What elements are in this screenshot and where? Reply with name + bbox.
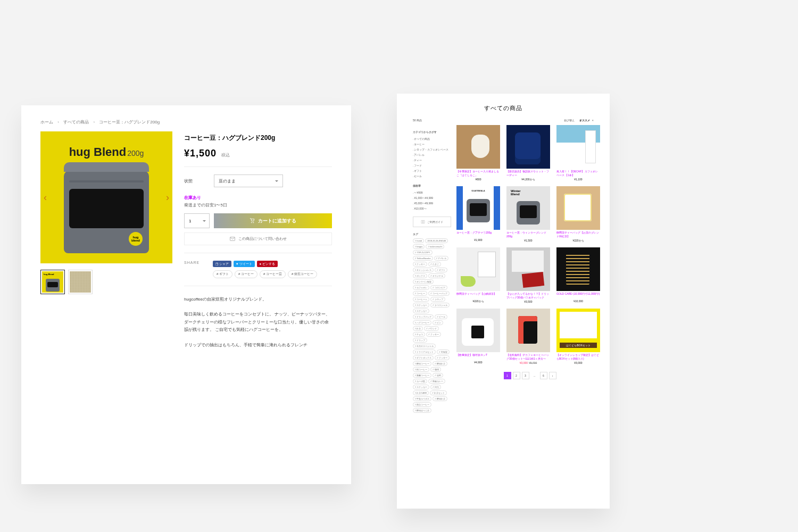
product-tag[interactable]: # ギフト: [213, 270, 232, 278]
sidebar-tag[interactable]: # チョコ: [413, 332, 425, 337]
product-card-title[interactable]: 【新店販売】物語派スウェット・フーディー: [506, 170, 550, 177]
sidebar-category-item[interactable]: コーヒー: [413, 142, 451, 147]
product-card[interactable]: 【送料無料】デカフェコーヒーバッグ30個セット〜1日1杯1ヶ月分〜¥3,000¥…: [506, 309, 550, 367]
product-tag[interactable]: # コーヒー: [235, 270, 257, 278]
add-to-cart-button[interactable]: カートに追加する: [214, 213, 332, 228]
product-card-title[interactable]: GOLD CARD (10,000円で11,000円!): [556, 292, 600, 298]
product-card[interactable]: 【冬季限定】コーヒー入り焼きしるこ「はぐしるこ」¥800: [456, 125, 500, 183]
sidebar-price-item[interactable]: ¥10,000〜: [413, 206, 451, 211]
product-card[interactable]: 【なにが入ってるかな！？】ドリップバッグ30個バラエティパック¥3,500: [506, 247, 550, 305]
sidebar-price-item[interactable]: ¥1,000〜¥4,999: [413, 195, 451, 201]
sidebar-tag[interactable]: # 珈琲: [430, 367, 440, 372]
product-card-title[interactable]: コーヒー豆：グアテマラ200g: [456, 231, 500, 237]
sidebar-tag[interactable]: # toukinomachi: [426, 244, 444, 249]
thumbnail-2[interactable]: [68, 270, 93, 294]
share-twitter-button[interactable]: ♥ツイート: [234, 261, 255, 267]
sidebar-tag[interactable]: # 日光: [430, 385, 440, 389]
product-card-title[interactable]: コーヒー豆：ウィンターブレンド200g: [506, 231, 550, 238]
product-card-title[interactable]: 【数量限定】珈琲派ロンT: [456, 353, 500, 360]
sidebar-tag[interactable]: # ドリップバッグ: [413, 314, 434, 319]
sidebar-tag[interactable]: # beppu: [413, 244, 425, 249]
sidebar-tag[interactable]: # ピン: [433, 320, 443, 325]
breadcrumb-home[interactable]: ホーム: [40, 120, 53, 124]
sidebar-tag[interactable]: # 静岡紅茶: [433, 361, 447, 366]
sidebar-tag[interactable]: # 和風カレー: [428, 379, 445, 384]
sidebar-category-item[interactable]: フード: [413, 163, 451, 168]
sidebar-tag[interactable]: # 粉コーヒー: [413, 367, 429, 372]
sidebar-tag[interactable]: # ビール: [435, 314, 447, 319]
pagination-page[interactable]: 3: [522, 372, 529, 379]
inquiry-button[interactable]: この商品について問い合わせ: [184, 232, 332, 245]
pagination-page[interactable]: 1: [504, 372, 511, 379]
product-card-title[interactable]: 静岡茶ティーバッグ【山峡緑茶】: [456, 292, 500, 298]
product-card[interactable]: 【新店販売】物語派スウェット・フーディー¥4,200から: [506, 125, 550, 183]
sidebar-tag[interactable]: # 紅茶セット: [430, 390, 446, 395]
sidebar-tag[interactable]: # オリジナル: [428, 273, 445, 278]
product-card-title[interactable]: 静岡茶ティーバッグ【お茶のブレンド和紅茶】: [556, 231, 600, 238]
product-card[interactable]: 【オンラインショップ限定】はぐどらBOXセット(8個入り)¥3,000: [556, 309, 600, 367]
sidebar-tag[interactable]: # ギフトボックス: [413, 355, 434, 360]
gallery-prev-button[interactable]: ‹: [44, 192, 47, 203]
product-card-title[interactable]: 【送料無料】デカフェコーヒーバッグ30個セット〜1日1杯1ヶ月分〜: [506, 353, 550, 360]
sidebar-tag[interactable]: # 甲斐ルイボス: [413, 396, 431, 401]
pagination-page[interactable]: 6: [540, 372, 547, 379]
sidebar-tag[interactable]: # 静岡紅茶: [433, 396, 447, 401]
sidebar-tag[interactable]: # ハグコーヒー: [413, 320, 431, 325]
product-tag[interactable]: # 焙煎コーヒー: [288, 270, 317, 278]
sidebar-tag[interactable]: # トライアルセット: [413, 350, 436, 354]
sidebar-tag[interactable]: # キャッシュレス: [413, 268, 434, 272]
sidebar-tag[interactable]: # 静岡ほうじ茶: [413, 408, 431, 413]
sidebar-tag[interactable]: # カーボ型: [413, 379, 427, 384]
product-card-title[interactable]: 【オンラインショップ限定】はぐどらBOXセット(8個入り): [556, 353, 600, 360]
sidebar-category-item[interactable]: アパレル: [413, 152, 451, 157]
sidebar-category-item[interactable]: ティー: [413, 157, 451, 163]
sidebar-tag[interactable]: # コロンビア: [430, 285, 447, 290]
sidebar-tag[interactable]: # 冬限定: [437, 350, 449, 354]
sidebar-tag[interactable]: # TOP-O-COPY: [413, 250, 433, 255]
sidebar-tag[interactable]: # クッキー: [435, 355, 449, 360]
sidebar-tag[interactable]: # パウンド: [424, 326, 438, 331]
sidebar-tag[interactable]: # コーヒー豆: [413, 297, 429, 302]
sidebar-tag[interactable]: # 静岡コーヒー: [413, 361, 431, 366]
sidebar-category-item[interactable]: セール: [413, 173, 451, 179]
product-card[interactable]: コーヒー豆：ウィンターブレンド200g¥1,500: [506, 186, 550, 244]
product-card-title[interactable]: 【冬季限定】コーヒー入り焼きしるこ「はぐしるこ」: [456, 170, 500, 177]
sidebar-tag[interactable]: # コーヒー: [413, 291, 427, 296]
sidebar-tag[interactable]: # ステッカー: [413, 309, 429, 313]
product-card[interactable]: 静岡茶ティーバッグ【お茶のブレンド和紅茶】¥220から: [556, 186, 600, 244]
sidebar-tag[interactable]: # アパレル: [434, 256, 448, 261]
breadcrumb-all[interactable]: すべての商品: [63, 120, 89, 124]
sidebar-tag[interactable]: # 紅茶CAKE: [413, 390, 429, 395]
sidebar-tag[interactable]: # シロップ: [430, 297, 445, 302]
thumbnail-1[interactable]: [40, 270, 65, 294]
sidebar-tag[interactable]: # TokkouNavako: [413, 256, 433, 261]
sidebar-tag[interactable]: # ステッカー: [413, 303, 429, 307]
sidebar-tag[interactable]: # 焙煎コーヒー: [413, 402, 431, 407]
sidebar-tag[interactable]: # ドリップ: [413, 338, 427, 343]
sidebar-tag[interactable]: # 今月のスペシャル: [413, 344, 436, 348]
product-card[interactable]: 静岡茶ティーバッグ【山峡緑茶】¥220から: [456, 247, 500, 305]
usage-guide-button[interactable]: ご利用ガイド: [413, 217, 451, 227]
sidebar-category-item[interactable]: ギフト: [413, 168, 451, 173]
sidebar-tag[interactable]: # クッキー: [413, 262, 427, 267]
product-card[interactable]: 【数量限定】珈琲派ロンT¥4,900: [456, 309, 500, 367]
pagination-page[interactable]: 2: [513, 372, 520, 379]
share-pinterest-button[interactable]: ●ピンする: [257, 261, 278, 267]
sidebar-price-item[interactable]: 〜¥999: [413, 190, 451, 195]
sidebar-tag[interactable]: # タコスシェル: [430, 303, 449, 307]
pagination-next[interactable]: ›: [549, 372, 556, 379]
sidebar-tag[interactable]: # ステッカー: [413, 385, 429, 389]
sidebar-tag[interactable]: # たまご: [428, 262, 440, 267]
sidebar-tag[interactable]: # ボックス: [413, 273, 427, 278]
sidebar-tag[interactable]: # カフェオレ: [413, 285, 429, 290]
share-facebook-button[interactable]: ❒シェア: [213, 261, 231, 267]
sidebar-category-item[interactable]: シロップ・カフェオレベース: [413, 147, 451, 152]
product-card[interactable]: コーヒー豆：グアテマラ200g¥1,900: [456, 186, 500, 244]
product-tag[interactable]: # コーヒー豆: [260, 270, 286, 278]
product-card[interactable]: GOLD CARD (10,000円で11,000円!)¥10,000: [556, 247, 600, 305]
product-card[interactable]: 再入荷！！【DECAF】 カフェオレベース 【1本】¥1,100: [556, 125, 600, 183]
sidebar-tag[interactable]: # オンライン限定: [413, 279, 434, 284]
sidebar-tag[interactable]: # コーヒーバッグ: [428, 291, 449, 296]
sidebar-tag[interactable]: # クッキー: [426, 332, 440, 337]
gallery-next-button[interactable]: ›: [166, 192, 169, 203]
